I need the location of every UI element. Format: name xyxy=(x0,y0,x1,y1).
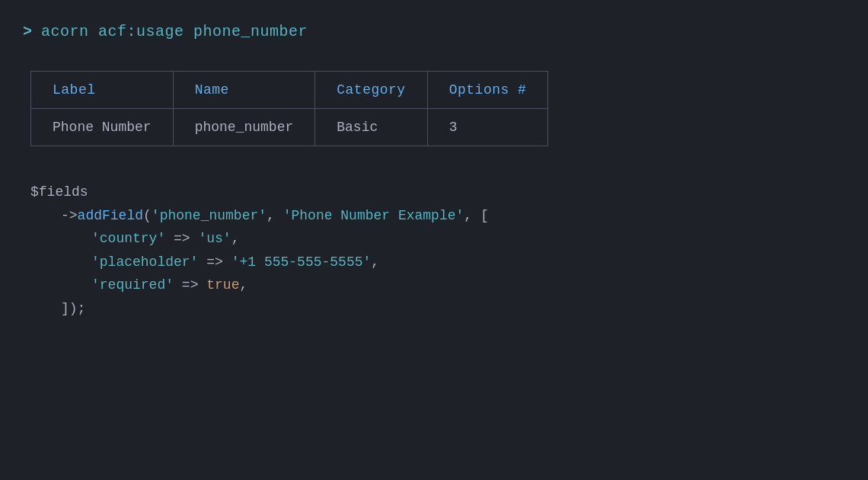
opt3-space2 xyxy=(198,277,206,293)
opt3-val: true xyxy=(206,277,239,293)
opt1-val: 'us' xyxy=(198,231,231,246)
opt3-space1 xyxy=(174,277,182,293)
opt1-space2 xyxy=(190,231,199,246)
cell-options: 3 xyxy=(427,109,547,146)
opt1-arrow: => xyxy=(174,231,190,246)
col-header-label: Label xyxy=(31,72,173,109)
results-table-wrapper: Label Name Category Options # Phone Numb… xyxy=(30,71,548,146)
opt3-comma: , xyxy=(239,277,247,293)
opt2-space2 xyxy=(223,254,231,270)
paren-open: ( xyxy=(143,208,152,223)
command-text: acorn acf:usage phone_number xyxy=(41,23,308,40)
code-line-4: 'placeholder' => '+1 555-555-5555', xyxy=(30,251,845,274)
prompt-chevron: > xyxy=(23,23,32,40)
col-header-name: Name xyxy=(173,72,315,109)
opt1-comma: , xyxy=(231,231,240,246)
comma-1: , xyxy=(266,208,283,223)
command-line: > acorn acf:usage phone_number xyxy=(23,23,845,40)
col-header-options: Options # xyxy=(427,72,547,109)
code-block: $fields ->addField('phone_number', 'Phon… xyxy=(30,181,845,321)
method-name: addField xyxy=(78,208,143,223)
table-row: Phone Number phone_number Basic 3 xyxy=(31,109,547,146)
opt2-comma: , xyxy=(371,254,379,270)
opt3-arrow: => xyxy=(182,277,199,293)
cell-label: Phone Number xyxy=(31,109,173,146)
col-header-category: Category xyxy=(315,72,427,109)
code-line-2: ->addField('phone_number', 'Phone Number… xyxy=(30,204,845,228)
method-arrow: -> xyxy=(61,208,78,223)
code-line-5: 'required' => true, xyxy=(30,274,845,297)
opt3-key: 'required' xyxy=(91,277,174,293)
opt2-key: 'placeholder' xyxy=(91,254,198,270)
results-table: Label Name Category Options # Phone Numb… xyxy=(31,72,547,146)
code-line-1: $fields xyxy=(30,181,845,204)
code-line-3: 'country' => 'us', xyxy=(30,227,845,251)
opt2-space1 xyxy=(198,254,206,270)
opt2-val: '+1 555-555-5555' xyxy=(231,254,372,270)
code-line-6: ]); xyxy=(30,297,845,321)
main-container: > acorn acf:usage phone_number Label Nam… xyxy=(0,0,868,344)
opt1-space1 xyxy=(165,231,174,246)
arg-label: 'Phone Number Example' xyxy=(283,208,464,223)
arg-field-name: 'phone_number' xyxy=(152,208,266,223)
closing-bracket: ]); xyxy=(61,301,85,316)
variable-fields: $fields xyxy=(30,184,88,200)
comma-2: , xyxy=(464,208,480,223)
opt2-arrow: => xyxy=(206,254,223,270)
table-header-row: Label Name Category Options # xyxy=(31,72,547,109)
bracket-open: [ xyxy=(480,208,489,223)
cell-name: phone_number xyxy=(173,109,315,146)
cell-category: Basic xyxy=(315,109,427,146)
opt1-key: 'country' xyxy=(91,231,165,246)
